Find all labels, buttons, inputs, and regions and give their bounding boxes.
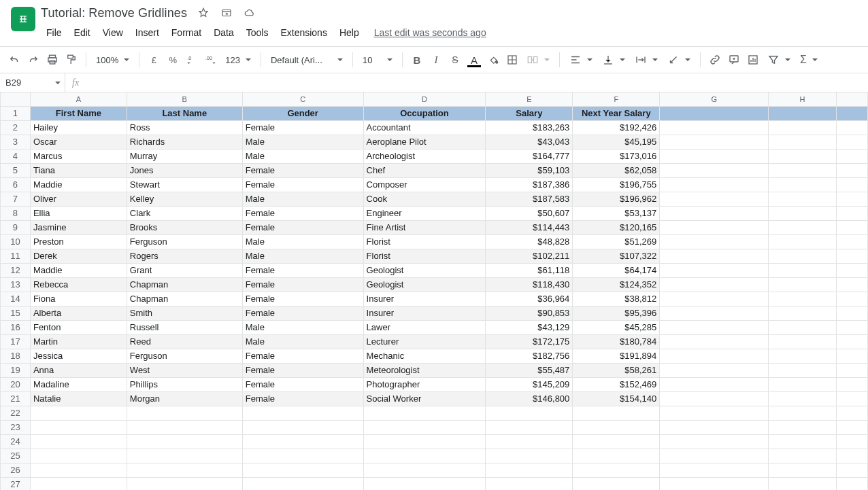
cell[interactable]: Male [242,249,363,263]
cell[interactable]: Tiana [30,163,127,177]
cell[interactable]: $145,209 [486,377,573,391]
cell[interactable] [660,406,769,420]
cell[interactable] [769,163,837,177]
vertical-align-dropdown[interactable] [598,51,629,69]
cell[interactable] [660,292,769,306]
header-cell[interactable]: First Name [30,106,127,120]
cell[interactable] [660,263,769,277]
cell[interactable] [363,434,486,449]
cell[interactable]: Male [242,320,363,334]
cell[interactable] [836,277,867,292]
cell[interactable] [660,277,769,292]
cell[interactable] [30,477,127,490]
cell[interactable]: Fenton [30,320,127,334]
cell[interactable]: Male [242,192,363,206]
cell[interactable]: Jessica [30,349,127,363]
cell[interactable]: $196,962 [573,192,660,206]
cell[interactable]: Male [242,334,363,349]
fill-color-button[interactable] [484,51,502,69]
more-formats-dropdown[interactable]: 123 [221,51,255,69]
cell[interactable] [660,163,769,177]
cell[interactable] [836,206,867,220]
cell[interactable] [836,120,867,135]
cell[interactable]: $45,195 [573,135,660,149]
cell[interactable]: Photographer [363,377,486,391]
cell[interactable]: $53,137 [573,206,660,220]
cell[interactable] [836,320,867,334]
cell[interactable]: Natalie [30,391,127,406]
cell[interactable]: Female [242,163,363,177]
cell[interactable] [769,249,837,263]
cell[interactable] [660,449,769,463]
cell[interactable] [660,363,769,377]
row-header[interactable]: 13 [1,277,31,292]
cell[interactable]: $124,352 [573,277,660,292]
cell[interactable]: $154,140 [573,391,660,406]
cell[interactable]: $114,443 [486,220,573,234]
cell[interactable]: $45,285 [573,320,660,334]
cell[interactable] [486,406,573,420]
cell[interactable] [769,406,837,420]
row-header[interactable]: 15 [1,306,31,320]
cell[interactable] [769,320,837,334]
cell[interactable] [769,449,837,463]
cell[interactable] [486,434,573,449]
row-header[interactable]: 3 [1,135,31,149]
formula-input[interactable] [86,73,868,92]
cell[interactable]: Brooks [127,220,242,234]
cell[interactable] [573,420,660,434]
cell[interactable]: Jasmine [30,220,127,234]
cell[interactable]: $152,469 [573,377,660,391]
cell[interactable] [769,149,837,163]
cell[interactable]: $102,211 [486,249,573,263]
cell[interactable]: $187,386 [486,177,573,192]
menu-file[interactable]: File [41,24,67,41]
cell[interactable]: $118,430 [486,277,573,292]
decrease-decimal-button[interactable]: .0 [183,51,201,69]
column-header[interactable]: H [769,92,837,106]
cell[interactable]: Murray [127,149,242,163]
menu-data[interactable]: Data [208,24,239,41]
cell[interactable]: Martin [30,334,127,349]
cell[interactable] [363,420,486,434]
row-header[interactable]: 14 [1,292,31,306]
insert-chart-button[interactable] [744,51,762,69]
cell[interactable]: $187,583 [486,192,573,206]
cell[interactable]: Female [242,206,363,220]
cell[interactable] [769,292,837,306]
row-header[interactable]: 20 [1,377,31,391]
menu-tools[interactable]: Tools [241,24,274,41]
cell[interactable] [836,163,867,177]
cell[interactable]: Lawer [363,320,486,334]
cell[interactable]: Oscar [30,135,127,149]
cell[interactable]: Ross [127,120,242,135]
row-header[interactable]: 23 [1,420,31,434]
move-icon[interactable] [220,6,233,20]
cell[interactable] [127,406,242,420]
header-cell[interactable]: Next Year Salary [573,106,660,120]
column-header[interactable] [836,92,867,106]
cell[interactable]: $107,322 [573,249,660,263]
cell[interactable] [660,120,769,135]
cell[interactable]: $48,828 [486,234,573,249]
cell[interactable] [769,120,837,135]
cell[interactable] [573,449,660,463]
cell[interactable] [769,234,837,249]
cell[interactable] [836,391,867,406]
cell[interactable] [242,406,363,420]
cell[interactable]: Engineer [363,206,486,220]
header-cell[interactable]: Last Name [127,106,242,120]
cell[interactable]: $62,058 [573,163,660,177]
cell[interactable]: Female [242,120,363,135]
borders-button[interactable] [503,51,521,69]
row-header[interactable]: 12 [1,263,31,277]
row-header[interactable]: 9 [1,220,31,234]
cell[interactable] [660,249,769,263]
cell[interactable] [836,463,867,477]
format-currency-button[interactable]: £ [145,51,163,69]
horizontal-align-dropdown[interactable] [565,51,597,69]
column-header[interactable]: F [573,92,660,106]
column-header[interactable]: G [660,92,769,106]
header-cell[interactable]: Occupation [363,106,486,120]
cell[interactable]: $43,129 [486,320,573,334]
